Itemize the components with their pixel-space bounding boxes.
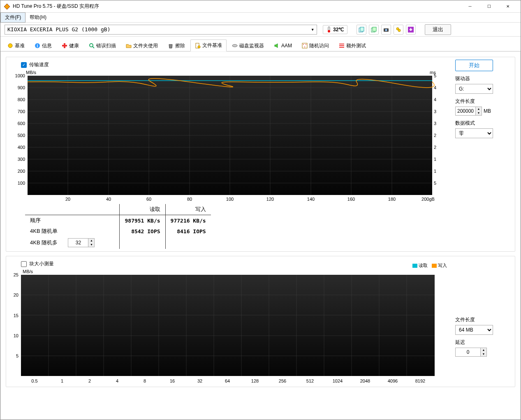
svg-text:35: 35 <box>434 109 436 114</box>
disk-icon <box>232 43 238 49</box>
file-icon <box>195 43 201 49</box>
info-icon: i <box>35 43 40 49</box>
svg-text:700: 700 <box>18 109 25 114</box>
svg-text:1: 1 <box>61 378 63 383</box>
svg-text:60: 60 <box>146 197 151 202</box>
svg-point-21 <box>232 44 237 47</box>
drive-selected: KIOXIA EXCERIA PLUS G2 (1000 gB) <box>7 26 110 32</box>
svg-rect-28 <box>339 47 344 48</box>
blocksize-checkbox[interactable] <box>21 261 27 267</box>
svg-text:0.5: 0.5 <box>31 378 37 383</box>
svg-text:300: 300 <box>18 157 25 162</box>
results-table: 读取写入 顺序987951 KB/s977216 KB/s 4KB 随机单854… <box>25 204 449 249</box>
svg-text:45: 45 <box>434 85 436 90</box>
svg-point-2 <box>328 30 330 32</box>
queue-depth-spinner[interactable]: ▲▼ <box>68 238 95 247</box>
spin-down-icon[interactable]: ▼ <box>88 243 94 247</box>
tab-erase[interactable]: 擦除 <box>163 39 190 51</box>
tab-filebench[interactable]: 文件基准 <box>190 39 227 51</box>
svg-rect-6 <box>373 27 376 31</box>
svg-point-24 <box>306 44 306 45</box>
svg-text:MB/s: MB/s <box>26 70 37 75</box>
tab-info[interactable]: i信息 <box>30 39 56 51</box>
svg-text:400: 400 <box>18 145 25 150</box>
speaker-icon <box>274 43 280 49</box>
svg-text:10: 10 <box>434 169 436 174</box>
tab-random[interactable]: 随机访问 <box>297 39 333 51</box>
filelen2-select[interactable]: 64 MB <box>455 325 493 335</box>
drive-select[interactable]: G: <box>455 84 493 94</box>
exit-button[interactable]: 退出 <box>425 24 451 35</box>
svg-text:40: 40 <box>106 197 111 202</box>
tab-benchmark[interactable]: 基准 <box>3 39 29 51</box>
svg-text:140: 140 <box>307 197 315 202</box>
menu-help[interactable]: 帮助(H) <box>25 13 51 22</box>
app-icon <box>4 3 10 10</box>
svg-text:512: 512 <box>306 378 314 383</box>
transfer-checkbox[interactable]: ✓ <box>21 62 27 68</box>
delay-input[interactable] <box>456 348 480 356</box>
transfer-panel: ✓ 传输速度 MB/s ms <box>6 57 515 252</box>
svg-rect-27 <box>339 45 344 46</box>
transfer-sidebar: 开始 驱动器 G: 文件长度 ▲▼ MB 数据模式 零 <box>449 60 512 249</box>
settings-button[interactable] <box>394 25 403 35</box>
list-icon <box>339 43 345 49</box>
svg-text:8: 8 <box>144 378 146 383</box>
copy-screenshot-button[interactable] <box>369 25 379 35</box>
svg-text:200gB: 200gB <box>421 197 435 202</box>
save-button[interactable] <box>406 25 416 35</box>
svg-rect-4 <box>360 27 364 31</box>
svg-rect-26 <box>339 44 344 44</box>
gauge-icon <box>7 43 13 49</box>
svg-point-23 <box>303 44 304 45</box>
spin-up-icon[interactable]: ▲ <box>88 239 94 243</box>
svg-text:20: 20 <box>434 145 436 150</box>
filelen-spinner[interactable]: ▲▼ <box>455 107 482 116</box>
delay-label: 延迟 <box>455 339 512 346</box>
thermometer-icon <box>326 26 331 33</box>
svg-marker-0 <box>4 4 10 9</box>
minimize-button[interactable]: ─ <box>461 0 479 13</box>
svg-text:i: i <box>37 44 38 48</box>
tab-folder[interactable]: 文件夹使用 <box>121 39 162 51</box>
filelen-input[interactable] <box>456 107 475 115</box>
delay-spinner[interactable]: ▲▼ <box>455 348 487 357</box>
drive-dropdown[interactable]: KIOXIA EXCERIA PLUS G2 (1000 gB) ▾ <box>5 25 317 35</box>
tab-extra[interactable]: 额外测试 <box>334 39 370 51</box>
transfer-chart: MB/s ms <box>9 70 436 202</box>
toolbar: KIOXIA EXCERIA PLUS G2 (1000 gB) ▾ 32℃ 退… <box>0 23 521 37</box>
pattern-select[interactable]: 零 <box>455 128 493 138</box>
blocksize-panel: 块大小测量 读取 写入 MB/s <box>6 256 515 387</box>
svg-text:64: 64 <box>225 378 230 383</box>
blocksize-checkbox-row: 块大小测量 <box>21 260 449 267</box>
svg-text:128: 128 <box>251 378 259 383</box>
svg-text:20: 20 <box>14 292 19 297</box>
close-button[interactable]: ✕ <box>498 0 517 13</box>
svg-text:8192: 8192 <box>415 378 425 383</box>
transfer-label: 传输速度 <box>29 61 49 68</box>
menu-file[interactable]: 文件(F) <box>0 12 25 23</box>
svg-text:160: 160 <box>347 197 355 202</box>
tab-monitor[interactable]: 磁盘监视器 <box>227 39 269 51</box>
chevron-down-icon: ▾ <box>311 26 314 32</box>
queue-depth-input[interactable] <box>68 239 88 246</box>
svg-text:4: 4 <box>116 378 118 383</box>
screenshot-button[interactable] <box>381 25 391 35</box>
filelen-label: 文件长度 <box>455 98 512 105</box>
copy-info-button[interactable] <box>357 25 366 35</box>
maximize-button[interactable]: ☐ <box>479 0 498 13</box>
start-button[interactable]: 开始 <box>455 60 493 71</box>
svg-text:30: 30 <box>434 121 436 126</box>
main-content: ✓ 传输速度 MB/s ms <box>0 51 521 420</box>
tab-health[interactable]: 健康 <box>57 39 83 51</box>
temperature-value: 32℃ <box>333 27 344 32</box>
svg-point-10 <box>398 29 401 32</box>
svg-text:32: 32 <box>197 378 202 383</box>
app-window: HD Tune Pro 5.75 - 硬盘/SSD 实用程序 ─ ☐ ✕ 文件(… <box>0 0 521 420</box>
svg-text:2: 2 <box>88 378 91 383</box>
svg-text:256: 256 <box>279 378 286 383</box>
svg-text:40: 40 <box>434 97 436 102</box>
svg-point-20 <box>198 46 200 48</box>
tab-errorscan[interactable]: 错误扫描 <box>84 39 120 51</box>
tab-aam[interactable]: AAM <box>269 39 296 51</box>
